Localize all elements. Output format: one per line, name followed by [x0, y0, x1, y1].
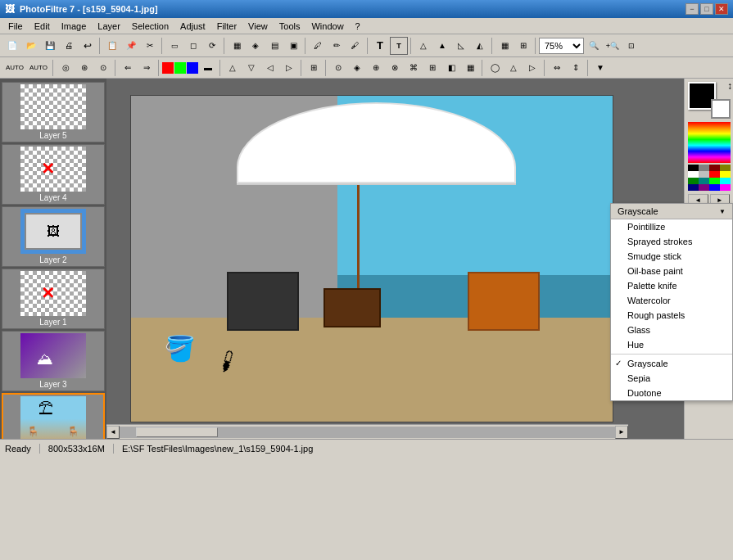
shape4-button[interactable]: ◭ — [471, 37, 489, 55]
cut-button[interactable]: ✂ — [141, 37, 159, 55]
special3-button[interactable]: ◁ — [261, 59, 279, 77]
dropdown-item-rough-pastels[interactable]: Rough pastels — [611, 308, 732, 323]
misc1-button[interactable]: ▼ — [591, 59, 609, 77]
flip-v-button[interactable]: ⇕ — [567, 59, 585, 77]
layer-special-button[interactable]: ⊞ — [305, 59, 323, 77]
deselect-button[interactable]: ◻ — [184, 37, 202, 55]
shape3-button[interactable]: ◺ — [452, 37, 470, 55]
text2-button[interactable]: T — [390, 37, 408, 55]
menu-item-layer[interactable]: Layer — [93, 20, 125, 33]
zoom-fit-button[interactable]: ⊡ — [622, 37, 640, 55]
filter1-button[interactable]: ▦ — [228, 37, 246, 55]
brush1-button[interactable]: 🖊 — [309, 37, 327, 55]
flip-h-button[interactable]: ⇔ — [548, 59, 566, 77]
color-spectrum[interactable] — [688, 122, 731, 163]
open-file-button[interactable]: 📂 — [22, 37, 40, 55]
final1-button[interactable]: ◯ — [486, 59, 504, 77]
brush2-button[interactable]: ✏ — [328, 37, 346, 55]
dropdown-item-glass[interactable]: Glass — [611, 323, 732, 337]
dropdown-item-oilbase[interactable]: Oil-base paint — [611, 264, 732, 278]
adjust3-button[interactable]: ⊙ — [94, 59, 112, 77]
select-all-button[interactable]: ▭ — [165, 37, 183, 55]
filter2-button[interactable]: ◈ — [247, 37, 265, 55]
palette-cell[interactable] — [688, 171, 699, 178]
adjust1-button[interactable]: ◎ — [57, 59, 75, 77]
zoom-select[interactable]: 75% 25% 50% 100% 150% 200% — [539, 38, 584, 54]
h-scrollbar[interactable]: ◄ ► — [106, 424, 628, 439]
extra7-button[interactable]: ◧ — [442, 59, 460, 77]
dropdown-item-sepia[interactable]: Sepia — [611, 371, 732, 386]
extra4-button[interactable]: ⊗ — [386, 59, 404, 77]
dropdown-header[interactable]: Grayscale ▼ — [611, 204, 732, 219]
copy-button[interactable]: 📋 — [103, 37, 121, 55]
dropdown-item-duotone[interactable]: Duotone — [611, 386, 732, 400]
palette-cell[interactable] — [720, 178, 731, 184]
zoom-out-button[interactable]: 🔍 — [585, 37, 603, 55]
grid1-button[interactable]: ▦ — [495, 37, 514, 55]
filter4-button[interactable]: ▣ — [284, 37, 302, 55]
dropdown-item-smudge[interactable]: Smudge stick — [611, 249, 732, 264]
layer-item-background[interactable]: ⛱ 🪑 🪑 Background — [2, 393, 105, 439]
menu-item-image[interactable]: Image — [57, 20, 92, 33]
shape1-button[interactable]: △ — [414, 37, 432, 55]
adjust2-button[interactable]: ⊛ — [75, 59, 93, 77]
filter3-button[interactable]: ▤ — [265, 37, 283, 55]
palette-cell[interactable] — [699, 184, 709, 191]
move1-button[interactable]: ⇐ — [119, 59, 137, 77]
minimize-button[interactable]: − — [685, 3, 699, 15]
dropdown-item-grayscale[interactable]: Grayscale — [611, 356, 732, 371]
palette-cell[interactable] — [699, 178, 709, 184]
swap-colors-button[interactable]: ↕ — [727, 80, 732, 92]
dropdown-item-pointillize[interactable]: Pointillize — [611, 219, 732, 234]
extra6-button[interactable]: ⊞ — [423, 59, 441, 77]
scroll-right-button[interactable]: ► — [615, 426, 628, 439]
save-file-button[interactable]: 💾 — [41, 37, 59, 55]
transform-button[interactable]: ⟳ — [203, 37, 221, 55]
close-button[interactable]: ✕ — [715, 3, 728, 15]
palette-cell[interactable] — [720, 165, 731, 171]
zoom-in-button[interactable]: +🔍 — [604, 37, 622, 55]
paste-button[interactable]: 📌 — [122, 37, 140, 55]
dropdown-item-watercolor[interactable]: Watercolor — [611, 293, 732, 308]
final2-button[interactable]: △ — [505, 59, 523, 77]
menu-item-help[interactable]: ? — [351, 20, 365, 33]
layer-item-2[interactable]: 🖼 Layer 2 — [2, 206, 105, 267]
background-color[interactable] — [711, 99, 731, 119]
gradient-button[interactable]: ▬ — [199, 59, 217, 77]
palette-cell[interactable] — [720, 184, 731, 191]
palette-cell[interactable] — [720, 171, 731, 178]
menu-item-view[interactable]: View — [243, 20, 273, 33]
maximize-button[interactable]: □ — [700, 3, 713, 15]
menu-item-window[interactable]: Window — [306, 20, 348, 33]
dropdown-item-palette-knife[interactable]: Palette knife — [611, 278, 732, 293]
extra2-button[interactable]: ◈ — [348, 59, 366, 77]
auto1-button[interactable]: AUTO — [3, 59, 26, 77]
dropdown-item-sprayed[interactable]: Sprayed strokes — [611, 234, 732, 249]
layer-item-1[interactable]: ✕ Layer 1 — [2, 269, 105, 329]
menu-item-tools[interactable]: Tools — [274, 20, 305, 33]
text-button[interactable]: T — [371, 37, 389, 55]
undo-button[interactable]: ↩ — [79, 37, 97, 55]
palette-cell[interactable] — [699, 165, 709, 171]
palette-cell[interactable] — [709, 178, 720, 184]
color3-button[interactable] — [187, 62, 198, 74]
shape2-button[interactable]: ▲ — [433, 37, 451, 55]
menu-item-filter[interactable]: Filter — [212, 20, 242, 33]
palette-cell[interactable] — [688, 184, 699, 191]
color2-button[interactable] — [174, 62, 186, 74]
menu-item-adjust[interactable]: Adjust — [175, 20, 210, 33]
scroll-thumb-h[interactable] — [136, 427, 218, 437]
new-file-button[interactable]: 📄 — [3, 37, 21, 55]
layer-item-4[interactable]: ✕ Layer 4 — [2, 144, 105, 205]
menu-item-file[interactable]: File — [3, 20, 28, 33]
auto2-button[interactable]: AUTO — [27, 59, 50, 77]
grid2-button[interactable]: ⊞ — [514, 37, 532, 55]
layer-item-5[interactable]: Layer 5 — [2, 82, 105, 142]
palette-cell[interactable] — [688, 165, 699, 171]
palette-cell[interactable] — [699, 171, 709, 178]
menu-item-edit[interactable]: Edit — [29, 20, 55, 33]
extra8-button[interactable]: ▦ — [461, 59, 479, 77]
extra1-button[interactable]: ⊙ — [329, 59, 347, 77]
dropdown-item-hue[interactable]: Hue — [611, 337, 732, 352]
print-button[interactable]: 🖨 — [60, 37, 78, 55]
